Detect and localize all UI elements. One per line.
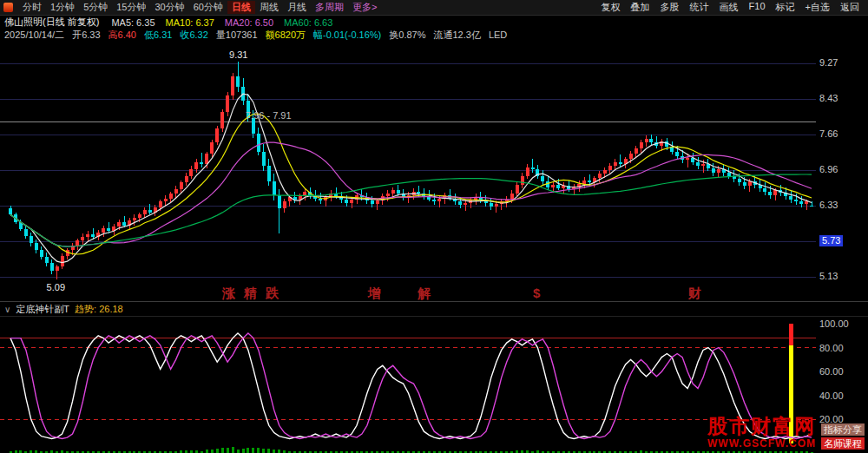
watermark-brand: 股市财富网 WWW.GSCFW.COM 指标分享 名师课程 xyxy=(707,416,865,450)
price-axis-label-6.33: 6.33 xyxy=(819,200,838,211)
period-tab-更多>[interactable]: 更多> xyxy=(348,1,381,14)
indicator-param-value: 趋势: 26.18 xyxy=(75,303,123,316)
price-axis-label-5.73: 5.73 xyxy=(819,235,843,246)
watermark-badge-course: 名师课程 xyxy=(821,437,865,450)
app-icon[interactable] xyxy=(3,3,13,12)
tool-标记[interactable]: 标记 xyxy=(771,1,800,14)
toolbar-actions: 复权叠加多股统计画线F10标记+自选返回 xyxy=(596,1,865,14)
quote-field-5: 量107361 xyxy=(216,29,258,42)
quote-field-6: 额6820万 xyxy=(266,29,306,42)
period-tab-15分钟[interactable]: 15分钟 xyxy=(112,1,150,14)
period-tab-月线[interactable]: 月线 xyxy=(283,1,311,14)
period-tab-30分钟[interactable]: 30分钟 xyxy=(151,1,189,14)
watermark-badge-share: 指标分享 xyxy=(821,423,865,436)
tool-+自选[interactable]: +自选 xyxy=(800,1,835,14)
top-toolbar: 分时1分钟5分钟15分钟30分钟60分钟日线周线月线多周期更多> 复权叠加多股统… xyxy=(0,0,868,16)
indicator-axis-label-40.00: 40.00 xyxy=(819,391,844,401)
ma-value-3: MA60: 6.63 xyxy=(284,17,332,28)
quote-row: 2025/10/14/二开6.33高6.40低6.31收6.32量107361额… xyxy=(0,29,868,41)
tool-返回[interactable]: 返回 xyxy=(835,1,865,14)
candlestick-plot[interactable] xyxy=(0,41,868,301)
ghost-watermark-char-4: 解 xyxy=(418,286,431,302)
tool-复权[interactable]: 复权 xyxy=(596,1,626,14)
period-tabs: 分时1分钟5分钟15分钟30分钟60分钟日线周线月线多周期更多> xyxy=(18,1,381,14)
quote-field-1: 开6.33 xyxy=(72,29,100,42)
period-tab-分时[interactable]: 分时 xyxy=(18,1,46,14)
ma-value-1: MA10: 6.37 xyxy=(166,17,214,28)
tool-多股[interactable]: 多股 xyxy=(655,1,685,14)
quote-field-7: 幅-0.01(-0.16%) xyxy=(313,29,381,42)
ghost-watermark-char-1: 精 xyxy=(244,286,257,302)
watermark-site-name: 股市财富网 xyxy=(707,416,816,437)
period-tab-5分钟[interactable]: 5分钟 xyxy=(79,1,112,14)
indicator-chart[interactable]: 股市财富网 WWW.GSCFW.COM 指标分享 名师课程 100.0080.0… xyxy=(0,317,868,453)
tool-统计[interactable]: 统计 xyxy=(685,1,714,14)
price-axis-label-6.96: 6.96 xyxy=(819,164,838,175)
ghost-watermark-char-5: $ xyxy=(533,286,540,300)
indicator-name[interactable]: 定底神针副T xyxy=(16,303,69,316)
quote-field-0: 2025/10/14/二 xyxy=(4,29,64,42)
price-axis-label-5.13: 5.13 xyxy=(819,271,838,282)
ghost-watermark-char-3: 增 xyxy=(368,286,381,302)
ma-values: MA5: 6.35MA10: 6.37MA20: 6.50MA60: 6.63 xyxy=(111,17,332,28)
quote-field-8: 换0.87% xyxy=(389,29,425,42)
quote-field-4: 收6.32 xyxy=(180,29,207,42)
ref-line-label: 7.96 - 7.91 xyxy=(246,110,292,121)
indicator-header: ∨ 定底神针副T 趋势: 26.18 xyxy=(0,301,868,317)
tool-F10[interactable]: F10 xyxy=(744,1,771,14)
quote-field-3: 低6.31 xyxy=(144,29,172,42)
indicator-axis-label-80.00: 80.00 xyxy=(819,343,844,353)
period-tab-1分钟[interactable]: 1分钟 xyxy=(46,1,79,14)
tool-叠加[interactable]: 叠加 xyxy=(626,1,655,14)
stock-info-row: 佛山照明(日线 前复权) MA5: 6.35MA10: 6.37MA20: 6.… xyxy=(0,16,868,29)
indicator-axis-label-100.00: 100.00 xyxy=(819,318,849,329)
ma-value-2: MA20: 6.50 xyxy=(225,17,273,28)
ma-value-0: MA5: 6.35 xyxy=(111,17,155,28)
period-tab-周线[interactable]: 周线 xyxy=(255,1,283,14)
ghost-watermark-char-6: 财 xyxy=(688,286,701,302)
peak-price-label: 9.31 xyxy=(229,49,247,60)
price-axis-label-7.66: 7.66 xyxy=(819,128,838,140)
price-axis-label-8.43: 8.43 xyxy=(819,93,838,104)
low-price-label: 5.09 xyxy=(47,282,65,292)
period-tab-日线[interactable]: 日线 xyxy=(227,1,255,14)
main-candlestick-chart[interactable]: 9.278.437.666.966.335.735.139.315.097.96… xyxy=(0,41,868,301)
stock-title[interactable]: 佛山照明(日线 前复权) xyxy=(4,16,99,29)
collapse-icon[interactable]: ∨ xyxy=(4,305,10,314)
indicator-axis-label-60.00: 60.00 xyxy=(819,366,844,377)
watermark-site-url: WWW.GSCFW.COM xyxy=(707,438,816,450)
period-tab-60分钟[interactable]: 60分钟 xyxy=(189,1,227,14)
tdx-window: 分时1分钟5分钟15分钟30分钟60分钟日线周线月线多周期更多> 复权叠加多股统… xyxy=(0,0,868,453)
period-tab-多周期[interactable]: 多周期 xyxy=(311,1,348,14)
ghost-watermark-char-2: 跌 xyxy=(266,286,279,302)
quote-field-9: 流通12.3亿 xyxy=(433,29,480,42)
tool-画线[interactable]: 画线 xyxy=(714,1,744,14)
price-axis-label-9.27: 9.27 xyxy=(819,57,838,69)
quote-field-2: 高6.40 xyxy=(108,29,136,42)
quote-field-10: LED xyxy=(489,30,507,40)
ghost-watermark-char-0: 涨 xyxy=(222,286,235,302)
